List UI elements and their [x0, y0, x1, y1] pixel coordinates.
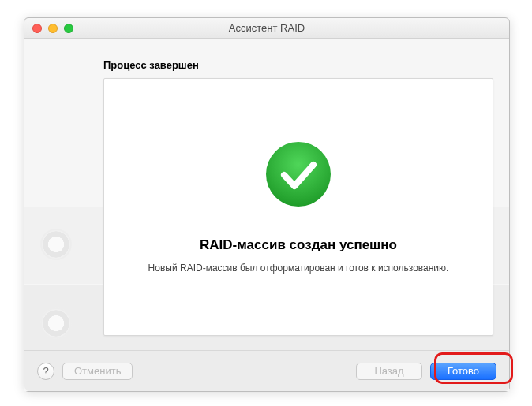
done-button[interactable]: Готово: [430, 363, 496, 380]
raid-assistant-window: Ассистент RAID Процесс завершен RAID-ма: [24, 17, 510, 392]
svg-point-0: [266, 142, 331, 207]
step-heading: Процесс завершен: [103, 59, 199, 71]
help-button[interactable]: ?: [37, 363, 54, 380]
wizard-body: Процесс завершен RAID-массив создан успе…: [24, 39, 509, 391]
cancel-button: Отменить: [62, 363, 133, 380]
footer: ? Отменить Назад Готово: [24, 350, 509, 391]
back-button: Назад: [356, 363, 422, 380]
success-title: RAID-массив создан успешно: [200, 237, 397, 253]
result-card: RAID-массив создан успешно Новый RAID-ма…: [103, 78, 493, 336]
success-subtitle: Новый RAID-массив был отформатирован и г…: [148, 263, 449, 274]
success-icon: [264, 140, 332, 210]
window-title: Ассистент RAID: [24, 22, 509, 34]
help-icon: ?: [43, 365, 48, 377]
titlebar: Ассистент RAID: [24, 18, 509, 39]
